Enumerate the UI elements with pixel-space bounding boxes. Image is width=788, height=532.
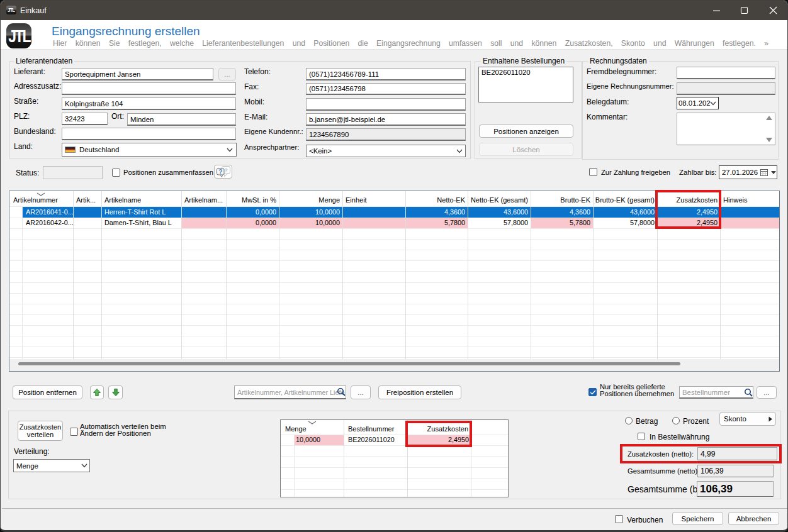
svg-text:?: ?	[218, 169, 222, 175]
svg-text:?: ?	[224, 167, 228, 174]
